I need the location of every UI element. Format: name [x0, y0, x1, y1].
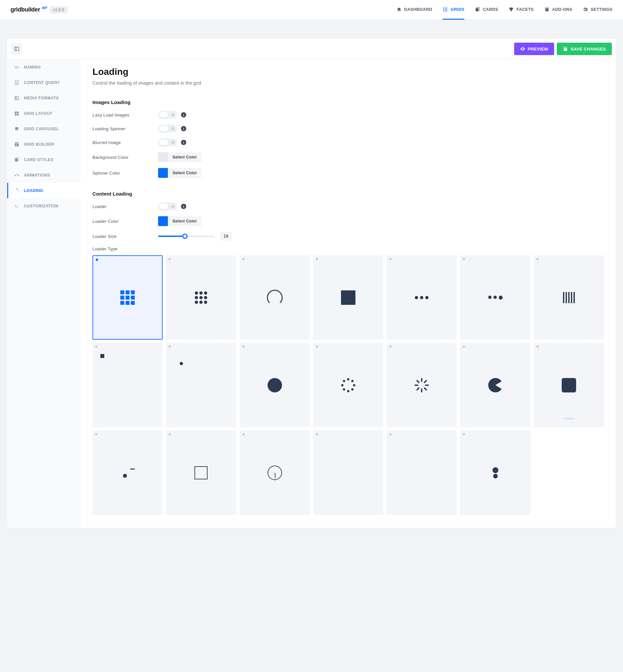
svg-rect-21	[15, 112, 17, 113]
loader-type-pacman[interactable]	[460, 343, 530, 427]
svg-point-39	[17, 192, 17, 193]
color-picker-spinner[interactable]: Select Color	[158, 168, 202, 178]
svg-point-42	[15, 189, 16, 190]
svg-line-15	[17, 66, 18, 68]
loader-type-ring[interactable]	[240, 255, 310, 340]
main-nav: DASHBOARD GRIDS CARDS FACETS ADD-ONS SET…	[396, 0, 613, 19]
diamond-icon	[509, 7, 514, 12]
svg-point-35	[17, 188, 18, 189]
label-spcolor: Spinner Color	[92, 171, 158, 175]
sidebar-item-naming[interactable]: NAMING	[7, 59, 81, 75]
section-images-loading: Images Loading	[92, 100, 604, 105]
sidebar-item-grid-builder[interactable]: GRID BUILDER	[7, 137, 81, 152]
loader-type-dots3-scale[interactable]	[460, 255, 530, 340]
preview-button[interactable]: PREVIEW	[514, 43, 555, 55]
svg-rect-4	[445, 9, 446, 10]
label-bgcolor: Background Color	[92, 155, 158, 160]
loader-type-dots-ring[interactable]	[313, 343, 383, 427]
nav-settings[interactable]: SETTINGS	[583, 0, 613, 20]
info-icon[interactable]: i	[181, 204, 186, 209]
toggle-lazy-load[interactable]	[158, 111, 177, 119]
label-loader: Loader	[92, 204, 158, 209]
sidebar-item-customization[interactable]: CUSTOMIZATION	[7, 198, 81, 214]
document-add-icon	[14, 80, 19, 85]
sidebar-item-content-query[interactable]: CONTENT QUERY	[7, 75, 81, 90]
label-ltype: Loader Type	[92, 246, 158, 251]
svg-rect-30	[17, 144, 19, 146]
loader-type-rounded-square[interactable]	[534, 343, 604, 427]
svg-point-36	[18, 189, 18, 190]
gear-icon	[583, 7, 588, 12]
svg-point-34	[18, 175, 19, 176]
svg-point-20	[16, 97, 17, 98]
animations-icon	[14, 173, 19, 178]
loader-size-value: 1X	[220, 232, 232, 241]
toggle-loader[interactable]	[158, 202, 177, 210]
loader-type-blank-2[interactable]	[387, 430, 457, 515]
save-button[interactable]: SAVE CHANGES	[557, 43, 612, 55]
sidebar-item-media-formats[interactable]: MEDIA FORMATS	[7, 90, 81, 106]
label-loading-spinner: Loading Spinner	[92, 126, 158, 131]
loader-type-two-balls[interactable]	[460, 430, 530, 515]
color-picker-loader[interactable]: Select Color	[158, 216, 202, 226]
info-icon[interactable]: i	[181, 140, 186, 145]
nav-addons[interactable]: ADD-ONS	[544, 0, 572, 20]
loading-icon	[14, 188, 19, 193]
sidebar-item-loading[interactable]: LOADING	[7, 183, 81, 198]
loader-type-big-circle[interactable]	[240, 343, 310, 427]
nav-grids[interactable]: GRIDS	[443, 0, 464, 20]
sidebar-item-card-styles[interactable]: CARD STYLES	[7, 152, 81, 167]
toggle-sidebar-button[interactable]	[11, 43, 22, 54]
loader-type-outline-square[interactable]	[166, 430, 236, 515]
info-icon[interactable]: i	[181, 112, 186, 117]
panel-icon	[14, 46, 19, 52]
loader-type-sunburst[interactable]	[387, 343, 457, 427]
page-title: Loading	[92, 66, 604, 77]
loader-type-bars[interactable]	[534, 255, 604, 340]
svg-rect-25	[15, 127, 18, 130]
logo-text: gridbuilder	[10, 6, 40, 13]
sidebar-item-animations[interactable]: ANIMATIONS	[7, 167, 81, 183]
loader-type-wander-square[interactable]	[92, 343, 162, 427]
svg-rect-28	[15, 142, 19, 143]
loader-type-clock[interactable]	[240, 430, 310, 515]
color-picker-background[interactable]: Select Color	[158, 152, 202, 162]
loader-type-ball-dash[interactable]	[92, 430, 162, 515]
version-badge: v1.6.5	[50, 6, 67, 13]
loader-type-grid	[92, 255, 604, 515]
cards-icon	[14, 157, 19, 162]
layout-icon	[14, 111, 19, 116]
label-blurred: Blurred Image	[92, 140, 158, 145]
toggle-blurred-image[interactable]	[158, 138, 177, 146]
loader-type-square[interactable]	[313, 255, 383, 340]
svg-rect-3	[443, 9, 444, 10]
svg-rect-22	[17, 112, 19, 113]
nav-facets[interactable]: FACETS	[509, 0, 533, 20]
nav-cards[interactable]: CARDS	[475, 0, 498, 20]
sidebar-item-grid-carousel[interactable]: GRID CAROUSEL	[7, 121, 81, 137]
loader-type-blank-1[interactable]	[313, 430, 383, 515]
svg-rect-1	[445, 7, 446, 8]
loader-type-grid9[interactable]	[92, 255, 162, 340]
color-swatch	[158, 152, 168, 162]
slider-loader-size[interactable]	[158, 235, 214, 237]
sidebar-item-grid-layout[interactable]: GRID LAYOUT	[7, 106, 81, 121]
svg-rect-29	[15, 144, 16, 146]
toggle-loading-spinner[interactable]	[158, 125, 177, 133]
archive-icon	[544, 7, 550, 12]
svg-point-33	[15, 175, 16, 176]
builder-icon	[14, 142, 19, 147]
svg-rect-7	[445, 10, 446, 11]
info-icon[interactable]: i	[181, 126, 186, 131]
code-icon	[14, 65, 19, 70]
svg-rect-8	[447, 10, 448, 11]
settings-sidebar: NAMING CONTENT QUERY MEDIA FORMATS GRID …	[7, 59, 81, 528]
loader-type-dots9[interactable]	[166, 255, 236, 340]
color-swatch	[158, 216, 168, 226]
svg-rect-5	[447, 9, 448, 10]
save-icon	[563, 46, 568, 52]
loader-type-dots3[interactable]	[387, 255, 457, 340]
loader-type-wander-dot[interactable]	[166, 343, 236, 427]
logo: gridbuilder WP	[10, 6, 47, 13]
nav-dashboard[interactable]: DASHBOARD	[396, 0, 433, 20]
